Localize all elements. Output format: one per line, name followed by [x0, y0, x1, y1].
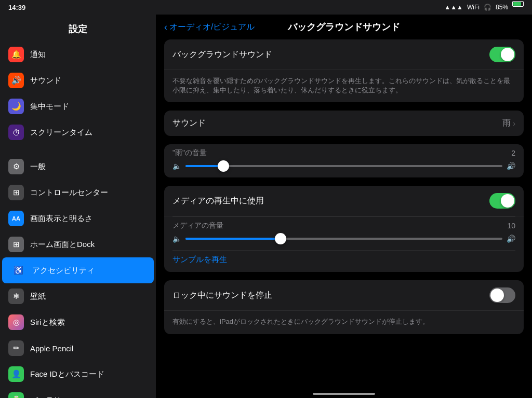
sidebar-group-1: 🔔 通知 🔊 サウンド 🌙 集中モード ⏱ スクリーンタイム [0, 42, 156, 145]
media-volume-label-row: メディアの音量 10 [172, 221, 515, 230]
rain-volume-track[interactable] [185, 165, 502, 167]
sounds-icon: 🔊 [8, 73, 24, 88]
battery-percent: 85% [496, 4, 508, 11]
wallpaper-label: 壁紙 [30, 292, 46, 301]
headphone-icon: 🎧 [484, 4, 491, 11]
media-playback-label: メディアの再生中に使用 [172, 196, 264, 207]
lock-stop-toggle[interactable] [489, 287, 515, 303]
rain-volume-label-row: "雨"の音量 2 [172, 148, 515, 158]
back-chevron-icon: ‹ [164, 22, 167, 33]
faceid-label: Face IDとパスコード [30, 369, 104, 379]
back-button[interactable]: ‹ オーディオ/ビジュアル [164, 22, 255, 33]
media-volume-container: メディアの音量 10 🔈 🔊 [164, 217, 524, 250]
signal-icon: ▲▲▲ [444, 4, 463, 11]
status-bar: 14:39 ▲▲▲ WiFi 🎧 85% [0, 0, 532, 15]
media-volume-low-icon: 🔈 [172, 235, 181, 243]
battery-label: バッテリー [30, 395, 69, 399]
sidebar-group-2: ⚙ 一般 ⊞ コントロールセンター AA 画面表示と明るさ ⊞ ホーム画面とDo… [0, 154, 156, 398]
sidebar-item-sounds[interactable]: 🔊 サウンド [0, 67, 156, 93]
rain-volume-value: 2 [511, 149, 515, 157]
siri-icon: ◎ [8, 314, 24, 330]
sidebar-item-wallpaper[interactable]: ❄ 壁紙 [0, 283, 156, 309]
lock-stop-label-group: ロック中にサウンドを停止 [172, 290, 272, 301]
media-volume-high-icon: 🔊 [507, 235, 515, 243]
sidebar-list: 🔔 通知 🔊 サウンド 🌙 集中モード ⏱ スクリーンタイム [0, 42, 156, 398]
sidebar-item-focus[interactable]: 🌙 集中モード [0, 93, 156, 119]
sound-value-group: 雨 › [502, 118, 515, 129]
background-sound-label-group: バックグラウンドサウンド [172, 49, 272, 60]
rain-volume-thumb[interactable] [218, 160, 229, 172]
media-volume-slider-row: 🔈 🔊 [172, 235, 515, 243]
volume-high-icon: 🔊 [507, 162, 515, 170]
media-volume-fill [185, 238, 281, 240]
lock-stop-description: 有効にすると、iPadがロックされたときにバックグラウンドサウンドが停止します。 [172, 317, 515, 326]
general-label: 一般 [30, 162, 46, 172]
media-playback-row: メディアの再生中に使用 [164, 186, 524, 216]
sidebar-item-screentime[interactable]: ⏱ スクリーンタイム [0, 119, 156, 145]
sidebar-item-notifications[interactable]: 🔔 通知 [0, 42, 156, 67]
general-icon: ⚙ [8, 159, 24, 174]
media-playback-toggle[interactable] [489, 193, 515, 209]
background-sound-row: バックグラウンドサウンド [164, 39, 524, 70]
status-time: 14:39 [8, 4, 25, 11]
media-volume-track[interactable] [185, 238, 502, 240]
lock-stop-description-row: 有効にすると、iPadがロックされたときにバックグラウンドサウンドが停止します。 [164, 311, 524, 334]
screentime-icon: ⏱ [8, 125, 24, 140]
page-title: バックグラウンドサウンド [288, 21, 400, 33]
display-icon: AA [8, 211, 24, 226]
focus-label: 集中モード [30, 102, 69, 112]
wifi-icon: WiFi [467, 4, 480, 11]
wallpaper-icon: ❄ [8, 289, 24, 304]
settings-content: バックグラウンドサウンド 不要な雑音を覆い隠すためのバックグラウンドサウンドを再… [156, 39, 532, 386]
rain-volume-section: "雨"の音量 2 🔈 🔊 [164, 144, 524, 177]
lock-stop-section: ロック中にサウンドを停止 有効にすると、iPadがロックされたときにバックグラウ… [164, 280, 524, 334]
sound-section: サウンド 雨 › [164, 111, 524, 136]
sidebar-item-faceid[interactable]: 👤 Face IDとパスコード [0, 361, 156, 387]
sound-row[interactable]: サウンド 雨 › [164, 111, 524, 136]
media-volume-label: メディアの音量 [172, 221, 223, 230]
sidebar: 設定 🔔 通知 🔊 サウンド 🌙 集中モード ⏱ スクリーンタイム [0, 15, 156, 398]
screentime-label: スクリーンタイム [30, 128, 92, 138]
nav-header: ‹ オーディオ/ビジュアル バックグラウンドサウンド [156, 15, 532, 39]
background-sound-description: 不要な雑音を覆い隠すためのバックグラウンドサウンドを再生します。これらのサウンド… [172, 76, 515, 95]
background-sound-section: バックグラウンドサウンド 不要な雑音を覆い隠すためのバックグラウンドサウンドを再… [164, 39, 524, 102]
media-volume-value: 10 [507, 222, 515, 230]
sidebar-item-display[interactable]: AA 画面表示と明るさ [0, 205, 156, 231]
homescreen-label: ホーム画面とDock [30, 240, 95, 250]
media-toggle-knob [501, 194, 514, 208]
background-sound-toggle[interactable] [489, 47, 515, 62]
sidebar-item-siri[interactable]: ◎ Siriと検索 [0, 309, 156, 335]
controlcenter-label: コントロールセンター [30, 188, 108, 198]
home-indicator [156, 386, 532, 398]
sidebar-item-battery[interactable]: 🔋 バッテリー [0, 387, 156, 398]
rain-volume-container: "雨"の音量 2 🔈 🔊 [164, 144, 524, 177]
lock-stop-toggle-knob [490, 289, 504, 302]
sidebar-item-controlcenter[interactable]: ⊞ コントロールセンター [0, 180, 156, 205]
sidebar-item-general[interactable]: ⚙ 一般 [0, 154, 156, 180]
faceid-icon: 👤 [8, 366, 24, 382]
main-layout: 設定 🔔 通知 🔊 サウンド 🌙 集中モード ⏱ スクリーンタイム [0, 15, 532, 398]
siri-label: Siriと検索 [30, 318, 65, 327]
volume-low-icon: 🔈 [172, 162, 181, 170]
focus-icon: 🌙 [8, 99, 24, 114]
notifications-label: 通知 [30, 50, 46, 60]
sidebar-item-homescreen[interactable]: ⊞ ホーム画面とDock [0, 231, 156, 257]
notifications-icon: 🔔 [8, 47, 24, 62]
display-label: 画面表示と明るさ [30, 214, 92, 224]
sidebar-title: 設定 [0, 15, 156, 42]
pencil-icon: ✏ [8, 340, 24, 356]
sample-play-button[interactable]: サンプルを再生 [164, 251, 524, 272]
rain-volume-slider-row: 🔈 🔊 [172, 162, 515, 170]
content-area: ‹ オーディオ/ビジュアル バックグラウンドサウンド バックグラウンドサウンド … [156, 15, 532, 398]
battery-icon: 🔋 [8, 392, 24, 398]
homescreen-icon: ⊞ [8, 237, 24, 252]
media-section: メディアの再生中に使用 メディアの音量 10 🔈 [164, 186, 524, 272]
accessibility-label: アクセシビリティ [32, 266, 95, 276]
sidebar-item-accessibility[interactable]: ♿ アクセシビリティ [2, 257, 154, 283]
controlcenter-icon: ⊞ [8, 185, 24, 200]
back-label: オーディオ/ビジュアル [169, 22, 255, 33]
sound-value: 雨 [502, 118, 511, 129]
media-volume-thumb[interactable] [275, 233, 286, 244]
sidebar-item-pencil[interactable]: ✏ Apple Pencil [0, 335, 156, 361]
accessibility-icon: ♿ [10, 263, 26, 278]
